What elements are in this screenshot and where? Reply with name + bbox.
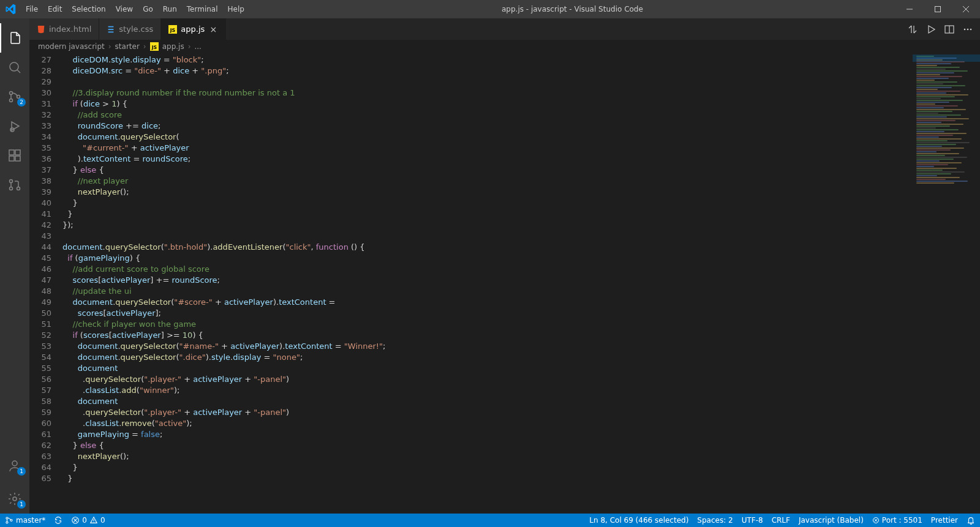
tab-style-css[interactable]: style.css bbox=[99, 18, 161, 40]
menu-edit[interactable]: Edit bbox=[43, 5, 67, 13]
menu-run[interactable]: Run bbox=[158, 5, 182, 13]
line-number-gutter: 2728293031323334353637383940414243444546… bbox=[29, 53, 62, 514]
window-minimize-button[interactable] bbox=[895, 0, 924, 18]
breadcrumb-segment[interactable]: ... bbox=[194, 42, 201, 51]
tab-index-html[interactable]: index.html bbox=[29, 18, 99, 40]
tab-label: app.js bbox=[181, 24, 205, 34]
status-port[interactable]: Port : 5501 bbox=[872, 516, 922, 525]
svg-point-20 bbox=[970, 28, 972, 30]
run-debug-icon[interactable] bbox=[0, 111, 29, 141]
status-problems[interactable]: 0 0 bbox=[71, 516, 105, 525]
chevron-right-icon: › bbox=[188, 42, 191, 51]
svg-point-1 bbox=[10, 62, 18, 71]
status-encoding[interactable]: UTF-8 bbox=[742, 516, 763, 525]
svg-point-2 bbox=[10, 92, 13, 95]
filetype-icon bbox=[107, 25, 115, 34]
menu-terminal[interactable]: Terminal bbox=[182, 5, 223, 13]
minimap[interactable] bbox=[913, 53, 980, 514]
chevron-right-icon: › bbox=[108, 42, 111, 51]
editor-tabs: index.htmlstyle.cssJSapp.js× bbox=[29, 18, 980, 40]
status-spaces[interactable]: Spaces: 2 bbox=[697, 516, 733, 525]
window-close-button[interactable] bbox=[952, 0, 980, 18]
svg-point-12 bbox=[17, 187, 20, 190]
filetype-icon bbox=[37, 25, 45, 34]
menu-view[interactable]: View bbox=[111, 5, 138, 13]
status-notifications-icon[interactable] bbox=[967, 516, 975, 525]
status-sync-icon[interactable] bbox=[54, 516, 62, 525]
menu-go[interactable]: Go bbox=[138, 5, 158, 13]
svg-point-10 bbox=[10, 180, 13, 183]
title-bar: FileEditSelectionViewGoRunTerminalHelp a… bbox=[0, 0, 980, 18]
compare-changes-icon[interactable] bbox=[908, 24, 918, 34]
svg-rect-6 bbox=[9, 150, 14, 155]
source-control-icon[interactable]: 2 bbox=[0, 82, 29, 111]
window-maximize-button[interactable] bbox=[924, 0, 952, 18]
close-icon[interactable]: × bbox=[208, 24, 218, 34]
status-branch[interactable]: master* bbox=[5, 516, 45, 525]
git-pr-icon[interactable] bbox=[0, 170, 29, 200]
js-file-icon: JS bbox=[150, 42, 159, 51]
svg-point-13 bbox=[12, 461, 17, 466]
scm-badge: 2 bbox=[17, 98, 26, 107]
status-eol[interactable]: CRLF bbox=[772, 516, 790, 525]
status-formatter[interactable]: Prettier bbox=[931, 516, 958, 525]
tab-label: style.css bbox=[119, 24, 153, 34]
svg-text:JS: JS bbox=[170, 27, 176, 32]
breadcrumb-segment[interactable]: starter bbox=[115, 42, 140, 51]
breadcrumb[interactable]: modern javascript›starter›JSapp.js›... bbox=[29, 40, 980, 53]
run-file-icon[interactable] bbox=[926, 24, 936, 34]
menu-help[interactable]: Help bbox=[223, 5, 249, 13]
more-actions-icon[interactable] bbox=[963, 24, 973, 34]
breadcrumb-segment[interactable]: app.js bbox=[162, 42, 184, 51]
settings-gear-icon[interactable]: 1 bbox=[0, 484, 29, 514]
menu-bar: FileEditSelectionViewGoRunTerminalHelp bbox=[21, 5, 249, 13]
settings-badge: 1 bbox=[17, 500, 26, 509]
status-cursor[interactable]: Ln 8, Col 69 (466 selected) bbox=[589, 516, 688, 525]
window-title: app.js - javascript - Visual Studio Code bbox=[249, 5, 895, 13]
svg-point-19 bbox=[967, 28, 969, 30]
activity-bar: 2 1 1 bbox=[0, 18, 29, 514]
svg-point-14 bbox=[13, 497, 17, 501]
svg-rect-7 bbox=[15, 150, 20, 155]
svg-point-11 bbox=[10, 187, 13, 190]
status-language[interactable]: Javascript (Babel) bbox=[799, 516, 864, 525]
vscode-logo-icon bbox=[0, 4, 21, 15]
svg-text:JS: JS bbox=[151, 45, 157, 50]
tab-label: index.html bbox=[49, 24, 91, 34]
svg-rect-0 bbox=[935, 7, 941, 12]
code-content[interactable]: diceDOM.style.display = "block"; diceDOM… bbox=[62, 53, 980, 514]
svg-point-3 bbox=[10, 99, 13, 102]
svg-point-18 bbox=[964, 28, 966, 30]
breadcrumb-segment[interactable]: modern javascript bbox=[38, 42, 105, 51]
chevron-right-icon: › bbox=[143, 42, 146, 51]
accounts-icon[interactable]: 1 bbox=[0, 451, 29, 480]
svg-point-23 bbox=[6, 517, 8, 519]
split-editor-icon[interactable] bbox=[944, 24, 954, 34]
accounts-badge: 1 bbox=[17, 467, 26, 476]
editor-area[interactable]: 2728293031323334353637383940414243444546… bbox=[29, 53, 980, 514]
svg-rect-9 bbox=[15, 156, 20, 161]
menu-file[interactable]: File bbox=[21, 5, 43, 13]
menu-selection[interactable]: Selection bbox=[67, 5, 110, 13]
status-bar: master* 0 0 Ln 8, Col 69 (466 selected) … bbox=[0, 514, 980, 527]
search-icon[interactable] bbox=[0, 53, 29, 82]
explorer-icon[interactable] bbox=[0, 23, 29, 53]
tab-app-js[interactable]: JSapp.js× bbox=[161, 18, 226, 40]
extensions-icon[interactable] bbox=[0, 141, 29, 170]
filetype-icon: JS bbox=[168, 25, 177, 34]
svg-point-24 bbox=[6, 521, 8, 523]
svg-rect-8 bbox=[9, 156, 14, 161]
